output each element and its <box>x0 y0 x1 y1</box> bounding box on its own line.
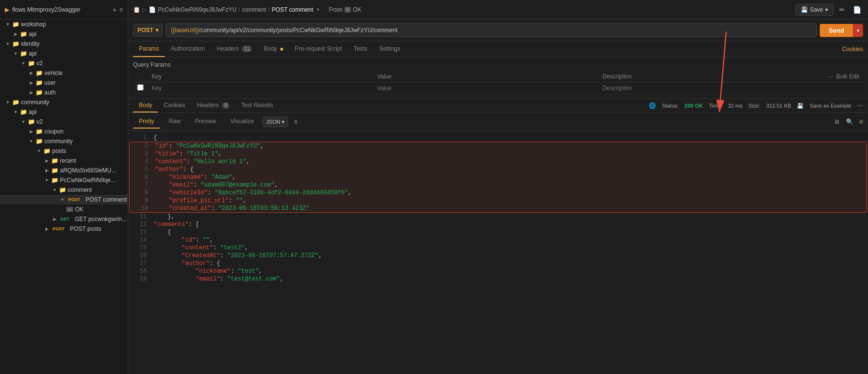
collection-icon: 📋 <box>133 6 140 13</box>
url-path: /community/api/v2/community/posts/PcCwNk… <box>199 27 397 34</box>
tab-headers[interactable]: Headers 11 <box>211 41 258 57</box>
method-badge-get: GET <box>58 216 72 222</box>
col-value: Value <box>373 71 599 82</box>
url-input[interactable]: {{baseUrl}}/community/api/v2/community/p… <box>166 23 817 37</box>
format-pretty[interactable]: Pretty <box>133 115 160 129</box>
tab-response-body[interactable]: Body <box>133 99 158 112</box>
format-preview[interactable]: Preview <box>189 115 222 129</box>
save-icon: 💾 <box>801 6 808 13</box>
tab-settings[interactable]: Settings <box>373 41 406 57</box>
tab-tests[interactable]: Tests <box>348 41 373 57</box>
sidebar-item-comment-folder[interactable]: ▼ 📁 comment <box>0 185 128 195</box>
tab-pre-request[interactable]: Pre-request Script <box>289 41 348 57</box>
value-input[interactable] <box>377 85 595 92</box>
sidebar-item-label: OK <box>75 206 83 213</box>
folder-icon: 📁 <box>19 31 27 37</box>
copy-icon[interactable]: ⧉ <box>835 118 839 125</box>
sidebar-item-api-2[interactable]: ▼ 📁 api <box>0 49 128 58</box>
method-badge-post: POST <box>51 226 67 232</box>
sidebar-add-icon[interactable]: + <box>113 6 116 14</box>
sidebar-item-label: api <box>29 50 37 57</box>
response-area: Body Cookies Headers 8 Test Results 🌐 St… <box>128 98 868 374</box>
tab-body[interactable]: Body <box>258 41 289 57</box>
desc-input[interactable] <box>602 85 820 92</box>
send-button[interactable]: Send <box>820 24 853 37</box>
status-label: Status: <box>662 103 678 109</box>
col-key: Key <box>148 71 373 82</box>
more-options-icon[interactable]: ⋯ <box>857 102 863 109</box>
code-line: 4 "content": "Hello world 1", <box>130 158 867 166</box>
sidebar-item-label: POST posts <box>70 225 101 232</box>
sidebar-item-auth[interactable]: ▶ 📁 auth <box>0 88 128 97</box>
code-line: 1 { <box>128 134 868 142</box>
method-selector[interactable]: POST ▾ <box>133 24 163 37</box>
tab-response-headers[interactable]: Headers 8 <box>191 99 235 112</box>
sidebar-item-recent[interactable]: ▶ 📁 recent <box>0 156 128 166</box>
folder-icon: 📁 <box>58 187 66 193</box>
format-visualize[interactable]: Visualize <box>225 115 260 129</box>
row-checkbox[interactable] <box>137 84 144 91</box>
sidebar-item-label: GET pccwnkgwrin... <box>75 216 127 223</box>
sidebar-item-v2[interactable]: ▼ 📁 v2 <box>0 58 128 68</box>
folder-icon: 📁 <box>27 60 35 67</box>
chevron-right-icon: ▶ <box>27 71 35 75</box>
query-params-section: Query Params Key Value Description ··· B… <box>128 57 868 98</box>
sidebar-item-coupon[interactable]: ▶ 📁 coupon <box>0 127 128 136</box>
sidebar-item-pccwnk[interactable]: ▼ 📁 PcCwNkGwRiN9qeJ... <box>0 175 128 185</box>
breadcrumb: 📋 ▷ 📄 PcCwNkGwRiN9qeJ8JwFzYU / comment /… <box>133 6 361 13</box>
sidebar-item-arqmosn[interactable]: ▶ 📁 aRQMoSn66SleMUq... <box>0 166 128 175</box>
save-icon-small: 💾 <box>797 103 804 109</box>
breadcrumb-item[interactable]: comment <box>242 6 266 13</box>
tab-test-results[interactable]: Test Results <box>235 99 279 112</box>
tab-response-cookies[interactable]: Cookies <box>158 99 191 112</box>
code-line: 2 "id": "PcCwNkGwRiN9qeJ8JwFzYU", <box>130 142 867 150</box>
topbar: 📋 ▷ 📄 PcCwNkGwRiN9qeJ8JwFzYU / comment /… <box>128 0 868 19</box>
filter-icon[interactable]: ≡ <box>294 118 297 125</box>
bulk-edit-label[interactable]: Bulk Edit <box>836 73 859 80</box>
code-line: 5 "author": { <box>130 166 867 173</box>
sidebar-item-label: community <box>44 138 73 145</box>
key-input[interactable] <box>152 85 369 92</box>
save-example-button[interactable]: Save as Example <box>810 103 851 109</box>
sidebar-item-api-3[interactable]: ▼ 📁 api <box>0 107 128 117</box>
send-dropdown-button[interactable]: ▾ <box>853 24 863 37</box>
tab-params[interactable]: Params <box>133 41 165 57</box>
search-icon[interactable]: 🔍 <box>846 118 853 125</box>
sidebar-item-workshop[interactable]: ▼ 📁 workshop <box>0 19 128 29</box>
chevron-down-icon: ▼ <box>12 51 19 56</box>
sidebar-collections-icon: ▶ <box>5 6 9 13</box>
sidebar-item-post-comment[interactable]: ▼ POST POST comment <box>0 195 128 205</box>
code-line: 12 "comments": [ <box>128 221 868 228</box>
save-button[interactable]: 💾 Save ▾ <box>795 4 833 16</box>
breadcrumb-current: POST comment <box>271 6 313 13</box>
sidebar-item-user[interactable]: ▶ 📁 user <box>0 78 128 88</box>
sidebar-item-community-top[interactable]: ▼ 📁 community <box>0 97 128 107</box>
edit-button[interactable]: ✏ <box>837 4 847 16</box>
sidebar-item-v2-2[interactable]: ▼ 📁 v2 <box>0 117 128 127</box>
format-raw[interactable]: Raw <box>163 115 186 129</box>
chevron-down-icon: ▼ <box>58 197 66 202</box>
sidebar-header: ▶ flows Mitmproxy2Swagger + ≡ <box>0 0 128 19</box>
sidebar-item-posts[interactable]: ▼ 📁 posts <box>0 146 128 156</box>
sidebar-item-api-1[interactable]: ▶ 📁 api <box>0 29 128 39</box>
breadcrumb-collection[interactable]: PcCwNkGwRiN9qeJ8JwFzYU <box>158 6 236 13</box>
sidebar-item-vehicle[interactable]: ▶ 📁 vehicle <box>0 68 128 78</box>
chevron-right-icon: ▶ <box>43 168 51 173</box>
chevron-down-icon: ▼ <box>51 187 58 192</box>
ok-status-label: OK <box>353 6 361 13</box>
cookies-link[interactable]: Cookies <box>842 46 863 53</box>
size-value: 312.51 KB <box>766 103 791 109</box>
sidebar-item-identity[interactable]: ▼ 📁 identity <box>0 39 128 49</box>
sidebar-menu-icon[interactable]: ≡ <box>119 6 123 13</box>
format-selector[interactable]: JSON ▾ <box>263 117 288 127</box>
sidebar-item-ok[interactable]: ≡ OK <box>0 205 128 214</box>
sidebar-item-community-inner[interactable]: ▼ 📁 community <box>0 136 128 146</box>
docs-button[interactable]: 📄 <box>851 4 863 16</box>
sidebar-item-get-pccwnk[interactable]: ▶ GET GET pccwnkgwrin... <box>0 214 128 224</box>
tab-authorization[interactable]: Authorization <box>165 41 211 57</box>
status-code: 200 OK <box>685 103 703 109</box>
sidebar-item-label: identity <box>21 40 39 47</box>
more-icon[interactable]: ··· <box>829 73 833 80</box>
code-line: 17 "author": { <box>128 260 868 267</box>
sidebar-item-post-posts[interactable]: ▶ POST POST posts <box>0 224 128 234</box>
